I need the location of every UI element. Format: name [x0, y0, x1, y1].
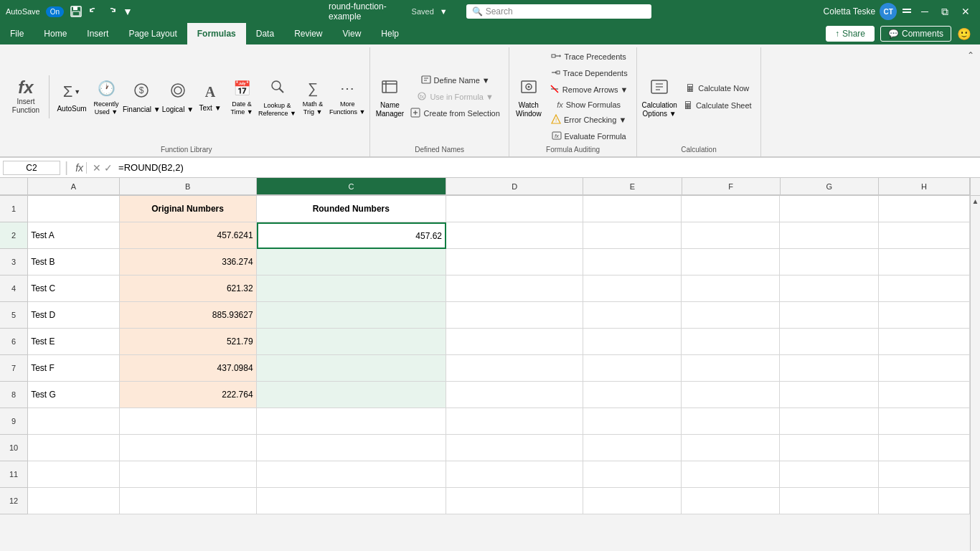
cell-B7[interactable]: 437.0984 — [120, 355, 257, 382]
tab-view[interactable]: View — [333, 23, 372, 44]
cell-H9[interactable] — [879, 408, 970, 435]
cell-D8[interactable] — [446, 382, 583, 408]
tab-insert[interactable]: Insert — [77, 23, 118, 44]
cell-H12[interactable] — [879, 488, 970, 514]
cell-C12[interactable] — [257, 488, 446, 514]
col-header-E[interactable]: E — [583, 178, 682, 195]
cell-A12[interactable] — [28, 488, 119, 514]
name-manager-button[interactable] — [374, 75, 405, 100]
emoji-icon[interactable]: 🙂 — [957, 27, 971, 41]
cell-F10[interactable] — [682, 435, 780, 461]
trace-dependents-button[interactable]: Trace Dependents — [545, 65, 633, 81]
cell-D12[interactable] — [446, 488, 583, 514]
undo-icon[interactable] — [88, 6, 100, 17]
cell-B12[interactable] — [120, 488, 257, 514]
cell-B10[interactable] — [120, 435, 257, 461]
cell-H6[interactable] — [879, 329, 970, 355]
create-from-selection-button[interactable]: Create from Selection — [406, 105, 504, 121]
comments-button[interactable]: 💬 Comments — [880, 26, 951, 42]
autosum-dropdown[interactable]: ▼ — [74, 88, 80, 95]
saved-chevron[interactable]: ▼ — [440, 7, 448, 16]
col-header-C[interactable]: C — [257, 178, 447, 195]
cell-G5[interactable] — [780, 302, 878, 329]
cell-A8[interactable]: Test G — [28, 382, 119, 408]
row-header-9[interactable]: 9 — [0, 408, 28, 435]
cell-H10[interactable] — [879, 435, 970, 461]
cell-C7[interactable] — [257, 355, 446, 382]
cell-C2[interactable]: 457.62 — [257, 222, 446, 249]
cell-F12[interactable] — [682, 488, 780, 514]
cell-F9[interactable] — [682, 408, 780, 435]
cell-C5[interactable] — [257, 302, 446, 329]
cell-G8[interactable] — [780, 382, 878, 408]
cell-C3[interactable] — [257, 249, 446, 276]
cell-B3[interactable]: 336.274 — [120, 249, 257, 276]
confirm-formula-icon[interactable]: ✓ — [104, 162, 113, 174]
cell-H7[interactable] — [879, 355, 970, 382]
financial-button[interactable]: $ — [123, 80, 161, 105]
watch-window-button[interactable] — [514, 75, 544, 100]
trace-precedents-button[interactable]: Trace Precedents — [545, 49, 633, 65]
cancel-formula-icon[interactable]: ✕ — [93, 162, 101, 174]
cell-G2[interactable] — [780, 222, 878, 249]
cell-D1[interactable] — [446, 196, 583, 222]
cell-H5[interactable] — [879, 302, 970, 329]
cell-H4[interactable] — [879, 276, 970, 302]
cell-A5[interactable]: Test D — [28, 302, 119, 329]
show-formulas-button[interactable]: fx Show Formulas — [545, 98, 633, 111]
cell-B5[interactable]: 885.93627 — [120, 302, 257, 329]
cell-H11[interactable] — [879, 461, 970, 488]
cell-D4[interactable] — [446, 276, 583, 302]
cell-reference-box[interactable] — [3, 161, 60, 175]
row-header-5[interactable]: 5 — [0, 302, 28, 329]
text-function-button[interactable]: A — [195, 81, 225, 103]
cell-F5[interactable] — [682, 302, 780, 329]
cell-G11[interactable] — [780, 461, 878, 488]
more-functions-button[interactable]: ⋯ — [329, 77, 365, 100]
cell-G10[interactable] — [780, 435, 878, 461]
cell-B1[interactable]: Original Numbers — [120, 196, 257, 222]
cell-C10[interactable] — [257, 435, 446, 461]
row-header-6[interactable]: 6 — [0, 329, 28, 355]
cell-E11[interactable] — [583, 461, 682, 488]
tab-formulas[interactable]: Formulas — [187, 23, 246, 44]
ribbon-expand-icon[interactable]: ⌃ — [967, 50, 974, 60]
cell-H1[interactable] — [879, 196, 970, 222]
cell-H2[interactable] — [879, 222, 970, 249]
row-header-12[interactable]: 12 — [0, 488, 28, 514]
tab-file[interactable]: File — [0, 23, 34, 44]
cell-A3[interactable]: Test B — [28, 249, 119, 276]
cell-B4[interactable]: 621.32 — [120, 276, 257, 302]
cell-C8[interactable] — [257, 382, 446, 408]
cell-F4[interactable] — [682, 276, 780, 302]
lookup-button[interactable] — [258, 76, 296, 101]
col-header-A[interactable]: A — [28, 178, 119, 195]
minimize-button[interactable]: ─ — [917, 6, 933, 17]
cell-E7[interactable] — [583, 355, 682, 382]
cell-H3[interactable] — [879, 249, 970, 276]
row-header-8[interactable]: 8 — [0, 382, 28, 408]
cell-E1[interactable] — [583, 196, 682, 222]
cell-F8[interactable] — [682, 382, 780, 408]
row-header-11[interactable]: 11 — [0, 461, 28, 488]
cell-G4[interactable] — [780, 276, 878, 302]
tab-help[interactable]: Help — [371, 23, 409, 44]
cell-C9[interactable] — [257, 408, 446, 435]
cell-C1[interactable]: Rounded Numbers — [257, 196, 446, 222]
ribbon-collapse-icon[interactable] — [901, 6, 913, 17]
share-button[interactable]: ↑ Share — [826, 26, 875, 42]
row-header-7[interactable]: 7 — [0, 355, 28, 382]
insert-function-button[interactable]: fx InsertFunction — [7, 76, 44, 118]
cell-A9[interactable] — [28, 408, 119, 435]
calculation-options-button[interactable] — [641, 75, 677, 100]
cell-F2[interactable] — [682, 222, 780, 249]
cell-B11[interactable] — [120, 461, 257, 488]
date-time-button[interactable]: 📅 — [227, 77, 257, 100]
cell-D11[interactable] — [446, 461, 583, 488]
cell-E12[interactable] — [583, 488, 682, 514]
cell-E9[interactable] — [583, 408, 682, 435]
cell-D3[interactable] — [446, 249, 583, 276]
cell-D9[interactable] — [446, 408, 583, 435]
cell-F1[interactable] — [682, 196, 780, 222]
cell-A7[interactable]: Test F — [28, 355, 119, 382]
